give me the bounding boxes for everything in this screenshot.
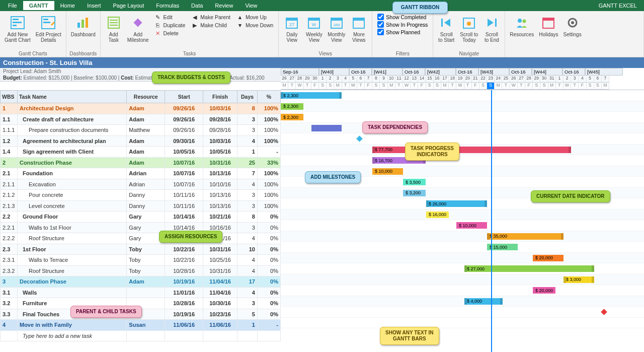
table-row[interactable]: 1Architectural DesignAdam09/26/1610/03/1… — [1, 103, 281, 114]
make-child-button[interactable]: ▶Make Child — [190, 21, 231, 29]
col-pct[interactable]: % — [257, 91, 280, 103]
daily-view-button[interactable]: 27Daily View — [281, 12, 303, 50]
settings-button[interactable]: Settings — [561, 12, 584, 50]
ribbon-group-dashboards: Dashboard Dashboards — [66, 11, 101, 57]
holidays-button[interactable]: Holidays — [536, 12, 560, 50]
table-row[interactable]: 3.1Walls11/01/1611/04/1640% — [1, 287, 281, 298]
more-views-button[interactable]: More Views — [348, 12, 370, 50]
monthly-view-button[interactable]: JANMonthly View — [325, 12, 348, 50]
gantt-bar[interactable]: $ 3,500 — [403, 179, 426, 185]
table-row[interactable]: 2Construction PhaseAdam10/07/1610/31/162… — [1, 157, 281, 168]
add-task-button[interactable]: Add Task — [103, 12, 125, 50]
outdent-icon: ◀ — [191, 14, 198, 21]
svg-rect-22 — [331, 18, 342, 21]
milestone-marker[interactable] — [356, 135, 363, 142]
svg-point-30 — [518, 19, 522, 23]
add-milestone-button[interactable]: Add Milestone — [125, 12, 151, 50]
scroll-today-button[interactable]: Scroll to Today — [457, 12, 480, 50]
table-row[interactable]: 1.1Create draft of architectureAdam09/26… — [1, 114, 281, 125]
gantt-bar[interactable]: $ 3,000 — [564, 276, 594, 283]
menu-view[interactable]: View — [239, 1, 263, 10]
svg-rect-1 — [13, 19, 19, 20]
gantt-bar[interactable]: $ 10,000 — [456, 222, 487, 229]
weekly-view-button[interactable]: WWeekly View — [303, 12, 325, 50]
svg-rect-29 — [495, 19, 497, 27]
ribbon-group-ganttcharts: Add New Gantt Chart Edit Project Details… — [0, 11, 66, 57]
resources-button[interactable]: Resources — [507, 12, 536, 50]
table-row[interactable]: 3Decoration PhaseAdam10/19/1611/04/16170… — [1, 276, 281, 288]
table-row[interactable]: 2.2Ground FloorGary10/14/1610/21/1680% — [1, 212, 281, 223]
move-down-button[interactable]: ▼Move Down — [235, 21, 274, 29]
table-row[interactable]: 2.1.3Level concreteDanny10/11/1610/13/16… — [1, 200, 281, 212]
gantt-bar[interactable] — [311, 125, 342, 131]
table-row[interactable]: 4Move in with FamilySusan11/06/1611/06/1… — [1, 320, 281, 331]
col-days[interactable]: Days — [237, 91, 258, 103]
menu-data[interactable]: Data — [185, 1, 209, 10]
gantt-bar[interactable]: $ 27,000 — [464, 265, 594, 272]
scroll-start-button[interactable]: Scroll to Start — [435, 12, 457, 50]
gantt-bar[interactable]: $ 77,700 — [372, 147, 571, 153]
people-icon — [514, 15, 530, 31]
up-icon: ▲ — [236, 14, 244, 21]
svg-rect-19 — [308, 18, 319, 21]
show-completed-checkbox[interactable]: Show Completed — [376, 13, 429, 21]
menu-gantt[interactable]: GANTT — [23, 1, 54, 10]
gantt-bar[interactable]: $ 26,000 — [426, 200, 487, 207]
gantt-chart[interactable]: $ 2,300$ 2,300$ 2,300$ 77,700$ 16,700$ 1… — [281, 90, 644, 352]
project-lead: Project Lead: Adam Smith — [0, 68, 281, 75]
menu-review[interactable]: Review — [209, 1, 239, 10]
delete-icon: ✕ — [154, 30, 162, 37]
calendar-day-icon: 27 — [284, 15, 300, 31]
col-start[interactable]: Start — [165, 91, 203, 103]
table-row[interactable]: 1.4Sign agreement with ClientAdam10/05/1… — [1, 147, 281, 158]
table-row[interactable]: 2.31st FloorToby10/22/1610/31/16100% — [1, 244, 281, 255]
show-planned-checkbox[interactable]: Show Planned — [376, 28, 429, 36]
delete-task-button[interactable]: ✕Delete — [153, 29, 187, 37]
add-gantt-chart-button[interactable]: Add New Gantt Chart — [2, 12, 33, 50]
gantt-bar[interactable]: $ 3,200 — [403, 190, 426, 196]
gantt-bar[interactable]: $ 2,300 — [281, 103, 303, 110]
dashboard-button[interactable]: Dashboard — [68, 12, 98, 50]
svg-rect-6 — [43, 22, 50, 23]
gantt-bar[interactable]: $ 20,000 — [533, 255, 564, 261]
table-row[interactable]: 2.1.1ExcavationAdrian10/07/1610/10/16410… — [1, 179, 281, 190]
down-icon: ▼ — [236, 22, 244, 29]
duplicate-task-button[interactable]: ⎘Duplicate — [153, 21, 187, 29]
gantt-bar[interactable]: $ 2,300 — [281, 114, 303, 120]
callout-resources: ASSIGN RESOURCES — [159, 231, 222, 243]
edit-project-details-button[interactable]: Edit Project Details — [33, 12, 64, 50]
move-up-button[interactable]: ▲Move Up — [235, 13, 274, 21]
table-row[interactable]: 2.3.2Roof StructureToby10/28/1610/31/164… — [1, 265, 281, 276]
scroll-end-button[interactable]: Scroll to End — [480, 12, 503, 50]
edit-task-button[interactable]: ✎Edit — [153, 13, 187, 21]
new-task-row[interactable]: Type here to add a new task — [1, 330, 281, 341]
svg-rect-33 — [543, 18, 554, 21]
table-row[interactable]: 2.2.1Walls to 1st FloorGary10/14/1610/16… — [1, 222, 281, 233]
gantt-bar[interactable]: $ 4,000 — [464, 298, 503, 305]
table-row[interactable]: 2.1.2Pour concreteDanny10/11/1610/13/163… — [1, 190, 281, 201]
callout-today: CURRENT DATE INDICATOR — [531, 190, 610, 202]
menu-file[interactable]: File — [2, 1, 23, 10]
menu-pagelayout[interactable]: Page Layout — [107, 1, 150, 10]
gantt-bar[interactable]: $ 20,000 — [533, 287, 555, 294]
table-row[interactable]: 2.2.2Roof StructureGary10/18/1610/21/164… — [1, 233, 281, 244]
table-row[interactable]: 2.1FoundationAdrian10/07/1610/13/167100% — [1, 168, 281, 179]
menu-insert[interactable]: Insert — [81, 1, 107, 10]
menu-home[interactable]: Home — [54, 1, 81, 10]
show-inprogress-checkbox[interactable]: Show In Progress — [376, 21, 429, 28]
col-finish[interactable]: Finish — [203, 91, 237, 103]
gantt-bar[interactable]: $ 2,300 — [281, 92, 342, 99]
menu-formulas[interactable]: Formulas — [150, 1, 185, 10]
milestone-marker[interactable] — [601, 309, 607, 315]
col-resource[interactable]: Resource — [127, 91, 165, 103]
table-row[interactable]: 1.2Agreement to architectural planAdam09… — [1, 135, 281, 147]
col-task[interactable]: Task Name — [17, 91, 126, 103]
app-title: GANTT EXCEL — [599, 3, 642, 9]
gantt-bar[interactable]: $ 16,000 — [426, 212, 449, 218]
col-wbs[interactable]: WBS — [1, 91, 18, 103]
table-row[interactable]: 1.1.1Prepare construction documentsMatth… — [1, 125, 281, 136]
gantt-bar[interactable]: $ 35,000 — [487, 233, 564, 240]
gantt-bar[interactable]: $ 10,000 — [372, 168, 403, 175]
make-parent-button[interactable]: ◀Make Parent — [190, 13, 231, 21]
table-row[interactable]: 2.3.1Walls to TerraceToby10/22/1610/25/1… — [1, 255, 281, 266]
